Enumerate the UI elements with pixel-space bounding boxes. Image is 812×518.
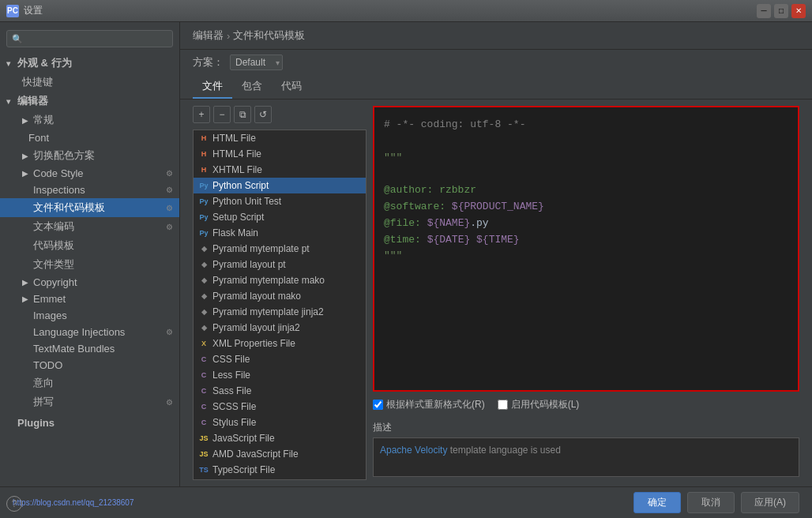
tab-files[interactable]: 文件 (193, 75, 232, 99)
sidebar-item-codestyle[interactable]: ▶ Code Style ⚙ (0, 165, 179, 182)
reformat-checkbox-label[interactable]: 根据样式重新格式化(R) (373, 398, 485, 411)
file-item-pyramid-layout-mako[interactable]: ◆Pyramid layout mako (194, 288, 366, 304)
file-list-panel: + − ⧉ ↺ HHTML FileHHTML4 FileHXHTML File… (193, 106, 367, 480)
breadcrumb-arrow: › (227, 30, 230, 42)
tabs-bar: 文件 包含 代码 (180, 75, 812, 99)
sidebar-item-textencoding[interactable]: 文本编码 ⚙ (0, 217, 179, 236)
file-item-html4-file[interactable]: HHTML4 File (194, 146, 366, 162)
config-icon-textencoding: ⚙ (166, 223, 173, 231)
file-label-css-file: CSS File (212, 354, 250, 365)
title-bar: PC 设置 ─ □ ✕ (0, 0, 812, 22)
file-item-amd-javascript-file[interactable]: JSAMD JavaScript File (194, 446, 366, 462)
file-icon-amd-javascript-file: JS (198, 449, 209, 460)
sidebar-item-shortcuts[interactable]: 快捷键 (0, 73, 179, 92)
breadcrumb-part2: 文件和代码模板 (233, 28, 305, 43)
close-button[interactable]: ✕ (791, 4, 806, 18)
file-item-less-file[interactable]: CLess File (194, 367, 366, 383)
sidebar-item-copyright[interactable]: ▶ Copyright (0, 274, 179, 291)
tab-includes[interactable]: 包含 (232, 75, 272, 99)
file-label-pyramid-layout-mako: Pyramid layout mako (212, 291, 301, 302)
file-label-typescript-file: TypeScript File (212, 464, 275, 475)
app-icon: PC (6, 5, 19, 17)
file-label-pyramid-mytemplate-pt: Pyramid mytemplate pt (212, 243, 310, 254)
description-label: 描述 (373, 421, 799, 434)
minimize-button[interactable]: ─ (757, 4, 771, 18)
sidebar-item-images[interactable]: Images (0, 307, 179, 324)
file-item-typescript-file[interactable]: TSTypeScript File (194, 462, 366, 478)
scheme-select[interactable]: Default (230, 54, 283, 70)
editor-panel: # -*- coding: utf-8 -*- """ @author: rzb… (373, 106, 799, 480)
file-item-setup-script[interactable]: PySetup Script (194, 209, 366, 225)
file-icon-css-file: C (198, 354, 209, 365)
description-link[interactable]: Apache Velocity (380, 445, 447, 456)
cancel-button[interactable]: 取消 (687, 492, 735, 513)
copy-button[interactable]: ⧉ (234, 106, 251, 123)
confirm-button[interactable]: 确定 (633, 492, 681, 513)
code-line-9: """ (384, 248, 788, 265)
maximize-button[interactable]: □ (774, 4, 788, 18)
sidebar-item-emmet[interactable]: ▶ Emmet (0, 291, 179, 307)
code-editor[interactable]: # -*- coding: utf-8 -*- """ @author: rzb… (373, 106, 799, 392)
reset-button[interactable]: ↺ (254, 106, 272, 123)
file-item-xhtml-file[interactable]: HXHTML File (194, 162, 366, 178)
file-item-javascript-file[interactable]: JSJavaScript File (194, 430, 366, 446)
reformat-checkbox[interactable] (373, 400, 383, 410)
enable-template-checkbox[interactable] (498, 400, 508, 410)
add-button[interactable]: + (193, 106, 210, 123)
code-line-6: @software: ${PRODUCT_NAME} (384, 199, 788, 216)
file-item-pyramid-mytemplate-mako[interactable]: ◆Pyramid mytemplate mako (194, 272, 366, 288)
file-item-scss-file[interactable]: CSCSS File (194, 399, 366, 415)
sidebar-item-plugins[interactable]: Plugins (0, 415, 179, 431)
sidebar-item-intention[interactable]: 意向 (0, 373, 179, 392)
sidebar-item-editor[interactable]: ▾ 编辑器 (0, 92, 179, 111)
file-label-flask-main: Flask Main (212, 227, 258, 238)
sidebar-item-textmatebundles[interactable]: TextMate Bundles (0, 340, 179, 357)
sidebar-item-spelling[interactable]: 拼写 ⚙ (0, 392, 179, 411)
sidebar-item-font[interactable]: Font (0, 130, 179, 146)
file-item-pyramid-mytemplate-pt[interactable]: ◆Pyramid mytemplate pt (194, 241, 366, 257)
arrow-icon-normal: ▶ (22, 116, 30, 125)
file-icon-flask-main: Py (198, 227, 209, 238)
help-icon-container[interactable]: ? (6, 496, 22, 512)
file-item-html-file[interactable]: HHTML File (194, 130, 366, 146)
question-mark-icon: ? (12, 498, 17, 509)
sidebar-item-colorscheme[interactable]: ▶ 切换配色方案 (0, 146, 179, 165)
config-icon-inspections: ⚙ (166, 186, 173, 194)
file-item-python-script[interactable]: PyPython Script (194, 178, 366, 193)
config-icon-filetemplate: ⚙ (166, 204, 173, 212)
sidebar-item-inspections[interactable]: Inspections ⚙ (0, 182, 179, 198)
file-item-css-file[interactable]: CCSS File (194, 351, 366, 367)
file-label-pyramid-layout-pt: Pyramid layout pt (212, 259, 286, 270)
code-line-4 (384, 166, 788, 182)
file-label-sass-file: Sass File (212, 385, 251, 396)
enable-template-checkbox-label[interactable]: 启用代码模板(L) (498, 398, 580, 411)
search-input[interactable] (26, 33, 167, 44)
file-item-flask-main[interactable]: PyFlask Main (194, 225, 366, 241)
search-box[interactable]: 🔍 (6, 30, 173, 47)
file-item-sass-file[interactable]: CSass File (194, 383, 366, 399)
file-icon-pyramid-layout-jinja2: ◆ (198, 322, 209, 333)
file-item-pyramid-mytemplate-jinja2[interactable]: ◆Pyramid mytemplate jinja2 (194, 304, 366, 320)
config-icon-spelling: ⚙ (166, 398, 173, 407)
sidebar-item-todo[interactable]: TODO (0, 357, 179, 373)
code-line-5: @author: rzbbzr (384, 182, 788, 199)
sidebar-item-filetypes[interactable]: 文件类型 (0, 255, 179, 274)
file-item-pyramid-layout-jinja2[interactable]: ◆Pyramid layout jinja2 (194, 320, 366, 336)
arrow-icon-color: ▶ (22, 152, 30, 160)
sidebar-item-normal[interactable]: ▶ 常规 (0, 111, 179, 130)
file-icon-python-script: Py (198, 180, 209, 191)
file-item-stylus-file[interactable]: CStylus File (194, 415, 366, 430)
file-item-xml-properties-file[interactable]: XXML Properties File (194, 336, 366, 351)
sidebar-item-langinjections[interactable]: Language Injections ⚙ (0, 324, 179, 340)
sidebar-item-filetemplate[interactable]: 文件和代码模板 ⚙ (0, 198, 179, 217)
arrow-icon-emmet: ▶ (22, 295, 30, 303)
tab-code[interactable]: 代码 (272, 75, 311, 99)
sidebar-item-appearance[interactable]: ▾ 外观 & 行为 (0, 54, 179, 73)
file-item-python-unit-test[interactable]: PyPython Unit Test (194, 193, 366, 209)
file-label-pyramid-mytemplate-mako: Pyramid mytemplate mako (212, 275, 325, 286)
file-item-pyramid-layout-pt[interactable]: ◆Pyramid layout pt (194, 257, 366, 272)
apply-button[interactable]: 应用(A) (741, 492, 799, 513)
sidebar-item-codetemplates[interactable]: 代码模板 (0, 236, 179, 255)
sidebar: 🔍 ▾ 外观 & 行为 快捷键 ▾ 编辑器 ▶ 常规 Font (0, 22, 180, 486)
remove-button[interactable]: − (213, 106, 231, 123)
